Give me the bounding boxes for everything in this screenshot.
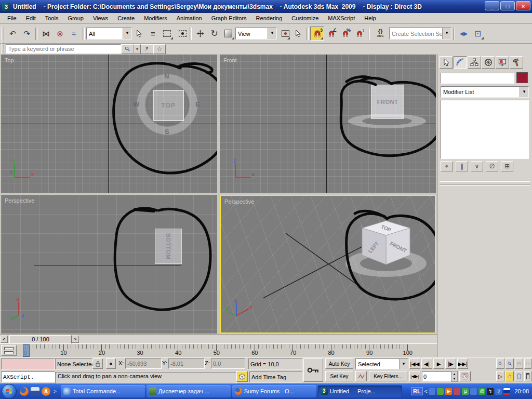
select-and-scale-button[interactable] <box>221 26 235 41</box>
compass-north[interactable]: N <box>164 72 169 80</box>
selection-lock-button[interactable] <box>92 358 103 369</box>
current-frame-marker[interactable] <box>23 344 30 357</box>
object-color-swatch[interactable] <box>516 72 528 83</box>
tray-collapse-arrow[interactable]: < <box>424 389 428 394</box>
arc-rotate-button[interactable] <box>515 371 523 381</box>
task-firefox-sumy-forums[interactable]: Sumy Forums - O... <box>232 385 316 397</box>
previous-frame-button[interactable]: ◀| <box>421 358 432 369</box>
mirror-button[interactable]: ◀▶ <box>457 26 471 41</box>
compass-east[interactable]: E <box>195 100 200 108</box>
track-bar[interactable]: 0102030405060708090100 <box>0 343 437 357</box>
quicklaunch-expand-arrow[interactable]: > <box>54 389 57 394</box>
play-button[interactable]: ▶ <box>433 358 444 369</box>
tray-flag-ru-icon[interactable] <box>503 388 510 395</box>
modifier-stack[interactable] <box>441 100 529 159</box>
dropdown-arrow-icon[interactable]: ▾ <box>123 28 131 39</box>
snap-toggle-3d-button[interactable]: 3 <box>310 26 324 41</box>
field-of-view-button[interactable]: ▷ <box>496 371 504 381</box>
pin-stack-button[interactable]: ⌖ <box>441 161 453 171</box>
tray-network-icon[interactable] <box>470 388 477 395</box>
viewcube-face-front[interactable]: FRONT <box>371 85 404 119</box>
menu-animation[interactable]: Animation <box>172 14 206 22</box>
menu-modifiers[interactable]: Modifiers <box>140 14 171 22</box>
viewport-perspective-left[interactable]: Perspective BOTTOM x y z <box>1 195 217 334</box>
select-by-name-button[interactable]: ≡ <box>146 26 160 41</box>
menu-maxscript[interactable]: MAXScript <box>324 14 359 22</box>
maxscript-mini-listener[interactable]: AXScript. <box>1 371 55 382</box>
dropdown-arrow-icon[interactable]: ▾ <box>442 28 451 39</box>
viewcube-face-bottom[interactable]: BOTTOM <box>155 229 182 264</box>
viewport-label-perspective-left[interactable]: Perspective <box>5 197 34 204</box>
tab-hierarchy[interactable] <box>468 56 481 69</box>
y-coordinate-field[interactable]: -8,01 <box>168 358 205 369</box>
select-and-manipulate-button[interactable] <box>291 26 305 41</box>
select-and-rotate-button[interactable]: ↻ <box>207 26 221 41</box>
viewport-perspective-active[interactable]: Perspective TOP LEFT FRONT z x y <box>220 195 436 334</box>
zoom-extents-all-button[interactable] <box>524 358 531 369</box>
tab-display[interactable] <box>496 56 509 69</box>
task-total-commander[interactable]: Total Commande... <box>61 385 145 397</box>
dropdown-arrow-icon[interactable]: ▾ <box>520 87 528 97</box>
make-unique-button[interactable]: ∨ <box>471 161 483 171</box>
tab-create[interactable] <box>440 56 453 69</box>
pan-view-button[interactable] <box>506 371 514 381</box>
task-3dsmax-untitled[interactable]: 3 Untitled - Proje... <box>318 385 402 397</box>
select-object-button[interactable] <box>132 26 146 41</box>
search-options-button[interactable]: ▾ <box>134 44 141 54</box>
viewport-front[interactable]: Front FRONT z x <box>220 55 436 193</box>
next-frame-button[interactable]: |▶ <box>445 358 456 369</box>
named-selection-sets-dropdown[interactable]: Create Selection Set ▾ <box>389 28 451 39</box>
menu-create[interactable]: Create <box>113 14 139 22</box>
tab-modify[interactable] <box>454 56 467 69</box>
tray-question-icon[interactable]: ? <box>495 388 502 395</box>
modifier-list-dropdown[interactable]: Modifier List ▾ <box>441 86 529 98</box>
remove-modifier-button[interactable]: ∅ <box>486 161 498 171</box>
quicklaunch-a-icon[interactable]: A <box>42 387 50 396</box>
object-name-field[interactable] <box>441 73 514 84</box>
tray-utorrent-icon[interactable]: µ <box>462 388 469 395</box>
frame-spinner[interactable]: ▴▾ <box>451 371 458 382</box>
task-task-manager[interactable]: Диспетчер задач ... <box>147 385 231 397</box>
language-indicator[interactable]: RL <box>411 387 423 395</box>
toolbar-grip[interactable] <box>2 27 4 41</box>
time-slider[interactable]: 0 / 100 <box>9 335 72 344</box>
show-end-result-button[interactable]: ∥ <box>456 161 468 171</box>
go-to-start-button[interactable]: |◀◀ <box>409 358 420 369</box>
redo-button[interactable]: ↷ <box>20 26 34 41</box>
spinner-snap-toggle-button[interactable]: ↕ <box>352 26 366 41</box>
next-frame-arrow[interactable]: > <box>72 336 79 343</box>
menu-customize[interactable]: Customize <box>287 14 323 22</box>
maximize-viewport-toggle-button[interactable] <box>524 371 531 381</box>
bind-to-spacewarp-button[interactable]: ≈ <box>67 26 81 41</box>
edit-named-selection-sets-button[interactable]: {}ABC <box>371 26 389 41</box>
percent-snap-toggle-button[interactable]: % <box>338 26 352 41</box>
tab-motion[interactable] <box>482 56 495 69</box>
titlebar[interactable]: 3 Untitled- Project Folder: C:\Documents… <box>0 0 532 13</box>
tray-lightning-icon[interactable]: ↯ <box>487 388 494 395</box>
window-crossing-button[interactable] <box>174 26 188 41</box>
configure-modifier-sets-button[interactable]: ⊞ <box>501 161 513 171</box>
menu-edit[interactable]: Edit <box>22 14 40 22</box>
compass-south[interactable]: S <box>165 128 169 136</box>
close-button[interactable]: × <box>516 1 530 10</box>
zoom-button[interactable] <box>496 358 504 369</box>
unlink-selection-button[interactable]: ⊗ <box>53 26 67 41</box>
tray-green-square-icon[interactable] <box>437 388 444 395</box>
tray-at-icon[interactable]: @ <box>478 388 485 395</box>
key-mode-toggle-button[interactable]: |◀▶| <box>409 371 420 381</box>
search-input[interactable] <box>6 44 121 54</box>
dropdown-arrow-icon[interactable]: ▾ <box>268 28 276 39</box>
key-filters-button[interactable]: Key Filters... <box>369 371 407 381</box>
communication-center-button[interactable] <box>141 44 153 54</box>
viewcube-face-top[interactable]: TOP <box>153 90 184 121</box>
compass-west[interactable]: W <box>133 100 139 108</box>
key-mode-dropdown[interactable]: Selected ▾ <box>355 358 408 369</box>
rectangular-selection-region-button[interactable] <box>160 26 174 41</box>
viewport-top[interactable]: Top TOP N W E S y x z <box>1 55 217 193</box>
default-in-out-tangents-button[interactable] <box>355 371 367 381</box>
z-coordinate-field[interactable]: 0,0 <box>211 358 245 369</box>
add-time-tag[interactable]: Add Time Tag <box>249 371 302 382</box>
viewport-label-perspective-right[interactable]: Perspective <box>224 198 254 205</box>
viewcube-top-view[interactable]: TOP N W E S <box>137 74 197 135</box>
viewport-label-top[interactable]: Top <box>5 57 14 63</box>
